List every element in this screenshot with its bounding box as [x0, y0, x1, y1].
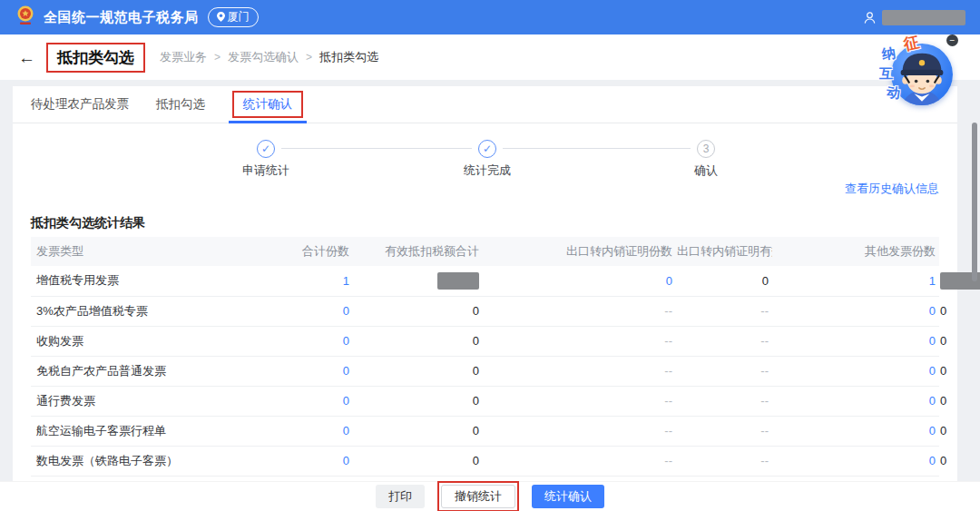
redacted-value-block — [437, 272, 479, 290]
amount-cell: 0 — [353, 446, 483, 476]
count-link-cell[interactable]: 1 — [244, 266, 353, 296]
step-circle-3: 3 — [697, 140, 715, 158]
empty-cell: -- — [676, 446, 772, 476]
tax-assistant-widget[interactable]: − 征 纳 互 动 — [871, 33, 958, 116]
step-connector — [503, 148, 691, 149]
step-circle-2: ✓ — [478, 140, 496, 158]
table-row: 增值税专用发票1001 — [31, 266, 939, 296]
tab-2[interactable]: 抵扣勾选 — [156, 86, 205, 123]
empty-cell: -- — [483, 356, 676, 386]
count-link-cell[interactable]: 0 — [772, 416, 939, 446]
tab-label: 抵扣勾选 — [156, 96, 205, 113]
main-card: 待处理农产品发票抵扣勾选统计确认 ✓申请统计✓统计完成3确认 查看历史确认信息 … — [13, 86, 957, 481]
location-badge[interactable]: 厦门 — [208, 7, 259, 27]
cartoon-officer-icon — [891, 44, 953, 105]
table-row: 免税自产农产品普通发票00----00 — [31, 356, 939, 386]
empty-cell: -- — [483, 386, 676, 416]
user-icon[interactable] — [863, 11, 877, 25]
annotation-box-revoke: 撤销统计 — [437, 481, 519, 511]
count-link-cell[interactable]: 0 — [244, 386, 353, 416]
column-header: 发票类型 — [31, 237, 244, 266]
confirm-statistics-button[interactable]: 统计确认 — [532, 485, 604, 508]
row-label: 航空运输电子客票行程单 — [31, 416, 244, 446]
step-label-2: 统计完成 — [446, 162, 528, 179]
count-link-cell[interactable]: 0 — [483, 266, 676, 296]
step-label-3: 确认 — [665, 162, 747, 179]
history-confirm-link[interactable]: 查看历史确认信息 — [845, 181, 939, 197]
redacted-cell — [353, 266, 483, 296]
statistics-table: 发票类型合计份数有效抵扣税额合计出口转内销证明份数出口转内销证明有效抵扣税额合计… — [31, 237, 939, 477]
tabs-bar: 待处理农产品发票抵扣勾选统计确认 — [13, 86, 957, 123]
amount-cell: 0 — [353, 416, 483, 446]
amount-cell: 0 — [353, 326, 483, 356]
location-pin-icon — [217, 12, 225, 22]
assistant-char-zheng: 征 — [902, 31, 921, 54]
breadcrumb-bar: ← 抵扣类勾选 发票业务>发票勾选确认>抵扣类勾选 — [0, 34, 980, 80]
row-label: 免税自产农产品普通发票 — [31, 356, 244, 386]
table-header-row: 发票类型合计份数有效抵扣税额合计出口转内销证明份数出口转内销证明有效抵扣税额合计… — [31, 237, 939, 266]
assistant-char-na: 纳 — [881, 44, 897, 64]
tab-label: 待处理农产品发票 — [31, 96, 129, 113]
active-tab-underline — [229, 121, 307, 123]
breadcrumb-item[interactable]: 发票业务 — [160, 49, 207, 65]
table-row: 航空运输电子客票行程单00----00 — [31, 416, 939, 446]
empty-cell: -- — [483, 326, 676, 356]
step-label-1: 申请统计 — [225, 162, 307, 179]
breadcrumb: 发票业务>发票勾选确认>抵扣类勾选 — [160, 49, 378, 65]
page-title: 抵扣类勾选 — [46, 43, 145, 73]
column-header: 有效抵扣税额合计 — [353, 237, 483, 266]
breadcrumb-separator: > — [306, 51, 312, 64]
app-title: 全国统一规范电子税务局 — [44, 9, 199, 26]
table-row: 数电发票（铁路电子客票）00----00 — [31, 446, 939, 476]
tab-3[interactable]: 统计确认 — [232, 86, 303, 123]
count-link-cell[interactable]: 0 — [244, 356, 353, 386]
empty-cell: -- — [676, 296, 772, 326]
amount-cell: 0 — [353, 356, 483, 386]
column-header: 出口转内销证明份数 — [483, 237, 676, 266]
step-connector — [281, 148, 472, 149]
amount-cell: 0 — [676, 266, 772, 296]
national-emblem-logo — [15, 5, 36, 29]
count-link-cell[interactable]: 0 — [772, 296, 939, 326]
scrollbar-thumb[interactable] — [972, 123, 977, 281]
count-link-cell[interactable]: 0 — [772, 356, 939, 386]
revoke-statistics-button[interactable]: 撤销统计 — [441, 485, 515, 508]
amount-cell: 0 — [353, 296, 483, 326]
count-link-cell[interactable]: 0 — [244, 326, 353, 356]
footer-bar: 打印 撤销统计 统计确认 — [0, 481, 980, 511]
column-header: 出口转内销证明有效抵扣税额合计 — [676, 237, 772, 266]
column-header: 其他发票份数 — [772, 237, 939, 266]
assistant-avatar[interactable] — [891, 44, 953, 105]
assistant-char-hu: 互 — [879, 65, 893, 83]
count-link-cell[interactable]: 0 — [772, 386, 939, 416]
row-label: 通行费发票 — [31, 386, 244, 416]
row-label: 3%农产品增值税专票 — [31, 296, 244, 326]
tab-1[interactable]: 待处理农产品发票 — [31, 86, 129, 123]
print-button[interactable]: 打印 — [376, 485, 425, 508]
count-link-cell[interactable]: 0 — [772, 446, 939, 476]
count-link-cell[interactable]: 0 — [244, 416, 353, 446]
breadcrumb-separator: > — [214, 51, 220, 64]
progress-steps: ✓申请统计✓统计完成3确认 — [13, 133, 957, 183]
empty-cell: -- — [676, 356, 772, 386]
breadcrumb-item[interactable]: 发票勾选确认 — [228, 49, 299, 65]
table-row: 通行费发票00----00 — [31, 386, 939, 416]
empty-cell: -- — [483, 446, 676, 476]
count-link-cell[interactable]: 0 — [244, 296, 353, 326]
count-link-cell[interactable]: 1 — [772, 266, 939, 296]
empty-cell: -- — [676, 386, 772, 416]
section-title: 抵扣类勾选统计结果 — [31, 215, 145, 231]
amount-cell: 0 — [353, 386, 483, 416]
breadcrumb-item[interactable]: 抵扣类勾选 — [319, 49, 378, 65]
location-label: 厦门 — [228, 9, 250, 25]
assistant-minimize-button[interactable]: − — [946, 34, 958, 46]
column-header: 合计份数 — [244, 237, 353, 266]
back-arrow-icon[interactable]: ← — [18, 49, 35, 66]
empty-cell: -- — [483, 416, 676, 446]
row-label: 数电发票（铁路电子客票） — [31, 446, 244, 476]
step-circle-1: ✓ — [257, 140, 275, 158]
row-label: 收购发票 — [31, 326, 244, 356]
count-link-cell[interactable]: 0 — [772, 326, 939, 356]
count-link-cell[interactable]: 0 — [244, 446, 353, 476]
row-label: 增值税专用发票 — [31, 266, 244, 296]
